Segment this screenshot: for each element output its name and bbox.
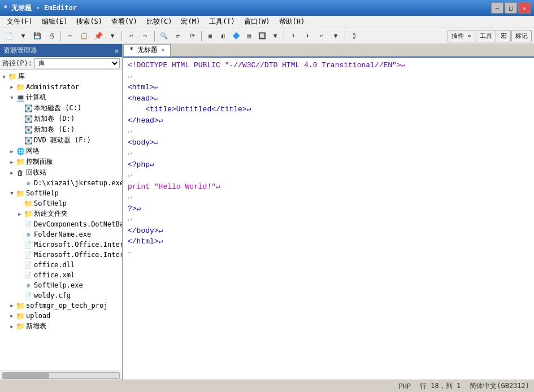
tree-item-label: DVD 驱动器 (F:) [34,136,91,145]
tb-macro-btn[interactable]: 宏 [497,30,511,42]
tree-item-icon: 📄 [24,220,33,229]
tree-item[interactable]: 📄Microsoft.Office.Interop.Exce [0,250,122,260]
tb-save[interactable]: 💾 [31,30,44,42]
tb-find[interactable]: 🔍 [157,30,171,42]
menu-compare[interactable]: 比较(C) [142,16,177,28]
menu-search[interactable]: 搜索(S) [72,16,107,28]
explorer-title: 资源管理器 [3,46,37,55]
tree-item-icon: 💻 [16,93,25,102]
explorer-close-button[interactable]: ✕ [115,47,119,55]
tree-toggle-icon: ▶ [8,169,16,177]
tree-item[interactable]: ▼📁SoftHelp [0,188,122,198]
tree-item-icon: 📄 [24,291,33,300]
tb-btn4[interactable]: ▤ [243,30,255,42]
status-lang: PHP [398,382,411,390]
tree-item[interactable]: ▶📁新增表 [0,321,122,332]
tree-item[interactable]: ⚙FolderName.exe [0,229,122,239]
code-content: print "Hello World!"↵ [128,181,220,193]
tb-btn11[interactable]: ⟫ [348,30,361,42]
tree-item[interactable]: ▼📁库 [0,71,122,82]
tree-item[interactable]: ▼💻计算机 [0,92,122,103]
tb-tools-btn[interactable]: 工具 [476,30,496,42]
horizontal-scrollbar[interactable] [0,371,122,380]
menu-help[interactable]: 帮助(H) [275,16,310,28]
code-content: <body>↵ [128,137,159,149]
tb-btn3[interactable]: 🔷 [230,30,242,42]
tb-open-arrow[interactable]: ▼ [16,30,30,42]
tree-item[interactable]: ▶🌐网络 [0,146,122,156]
tree-item[interactable]: 📄office.dll [0,260,122,270]
code-content: <html>↵ [128,82,159,93]
tb-mark-btn[interactable]: 标记 [511,30,532,42]
code-line: ?>↵ [128,203,529,215]
tree-item[interactable]: 📁SoftHelp [0,198,122,208]
tree-item[interactable]: 📄woldy.cfg [0,290,122,300]
tree-item[interactable]: ▶📁控制面板 [0,156,122,167]
menu-window[interactable]: 窗口(W) [240,16,275,28]
tree-item-icon: 📄 [24,240,33,249]
tb-btn5[interactable]: 🔲 [256,30,268,42]
code-content: <head>↵ [128,93,159,104]
tree-item[interactable]: 💽DVD 驱动器 (F:) [0,135,122,146]
tab-untitled[interactable]: * 无标题 × [123,44,171,56]
tb-btn1[interactable]: ▦ [204,30,216,42]
tree-item[interactable]: ▶📁softmgr_op_tech_proj [0,300,122,311]
tree-item[interactable]: ▶📁新建文件夹 [0,208,122,219]
tree-item[interactable]: ⚙SoftHelp.exe [0,280,122,290]
tb-btn6[interactable]: ▼ [269,30,281,42]
tb-paste-arrow[interactable]: ▼ [106,30,119,42]
tree-item[interactable]: 📄Microsoft.Office.Interop.Exce [0,239,122,250]
tb-print-prev[interactable]: 🖨 [45,30,58,42]
tree-item-label: office.dll [34,261,75,269]
tree-item-label: SoftHelp.exe [34,281,83,289]
code-content: </body>↵ [128,225,163,237]
menu-view[interactable]: 查看(V) [107,16,142,28]
tree-item[interactable]: ▶📁Administrator [0,82,122,92]
tb-redo[interactable]: ↪ [138,30,152,42]
tree-toggle-icon: ▶ [8,312,16,320]
tb-new[interactable]: 📄 [2,30,16,42]
tb-btn9[interactable]: ↩ [315,30,328,42]
code-editor[interactable]: <!DOCTYPE HTML PUBLIC "-//W3C//DTD HTML … [123,58,534,380]
tree-item-icon: 📁 [16,311,25,320]
menu-macro[interactable]: 宏(M) [176,16,205,28]
close-button[interactable]: ✕ [518,2,531,14]
tree-item[interactable]: 💽本地磁盘 (C:) [0,103,122,114]
tb-btn2[interactable]: ◧ [217,30,229,42]
tb-btn7[interactable]: ⬆ [286,30,300,42]
path-dropdown[interactable]: 库 [34,58,120,68]
menu-file[interactable]: 文件(F) [2,16,37,28]
tb-cut[interactable]: ✂ [63,30,77,42]
tree-item[interactable]: 📄office.xml [0,270,122,280]
tree-toggle-icon [16,126,24,134]
tb-btn10[interactable]: ▼ [329,30,342,42]
tree-item[interactable]: ▶🗑回收站 [0,167,122,178]
scroll-track[interactable] [2,372,120,379]
tree-toggle-icon [16,281,24,289]
tb-btn8[interactable]: ⬇ [301,30,314,42]
tree-item-label: SoftHelp [34,199,67,207]
tree-item[interactable]: 💽新加卷 (D:) [0,114,122,124]
tree-item-icon: 📁 [16,189,25,198]
minimize-button[interactable]: ─ [491,2,503,14]
tb-plugins[interactable]: 插件 » [448,30,475,42]
maximize-button[interactable]: □ [505,2,517,14]
tree-item-icon: 📁 [24,210,33,219]
tree-item[interactable]: ▶📁upload [0,311,122,321]
tb-undo[interactable]: ↩ [124,30,138,42]
tab-close-button[interactable]: × [161,47,164,53]
tree-item-icon: 🗑 [16,168,25,177]
menu-edit[interactable]: 编辑(E) [37,16,72,28]
tb-findnext[interactable]: ⟳ [185,30,199,42]
tree-item[interactable]: 💽新加卷 (E:) [0,124,122,135]
menu-tools[interactable]: 工具(T) [205,16,240,28]
tree-item-label: upload [26,312,50,320]
tree-item[interactable]: 📄DevComponents.DotNetBar2. [0,219,122,229]
window-title: * 无标题 - EmEditor [3,3,77,13]
tree-item-icon: 📁 [16,158,25,167]
scroll-thumb[interactable] [3,373,49,378]
tb-paste[interactable]: 📌 [92,30,105,42]
tb-copy[interactable]: 📋 [77,30,91,42]
tree-item[interactable]: ⚙D:\xiazai\jkrsetup.exe [0,178,122,188]
tb-replace[interactable]: ⇄ [171,30,185,42]
